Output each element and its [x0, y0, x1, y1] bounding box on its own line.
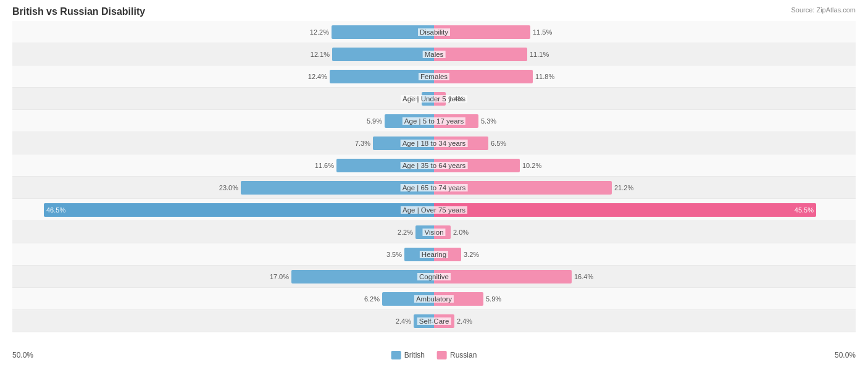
chart-row: 2.2%Vision2.0% — [12, 221, 856, 243]
right-bar — [434, 270, 572, 284]
chart-container: British vs Russian Disability Source: Zi… — [0, 0, 868, 378]
value-left: 5.9% — [367, 117, 382, 125]
legend-russian: Russian — [437, 351, 477, 359]
chart-row: 1.5%Age | Under 5 years1.4% — [12, 88, 856, 110]
row-label: Ambulatory — [414, 295, 454, 303]
chart-row: 12.2%Disability11.5% — [12, 21, 856, 43]
row-left-section: 12.2% — [12, 21, 434, 43]
row-label: Cognitive — [417, 273, 451, 280]
axis-left-label: 50.0% — [12, 351, 33, 359]
row-right-section: 21.2% — [434, 177, 856, 198]
legend-british: British — [391, 351, 425, 359]
row-left-section: 1.5% — [12, 88, 434, 109]
value-right: 45.5% — [795, 206, 814, 214]
row-left-section: 3.5% — [12, 243, 434, 265]
row-label: Hearing — [420, 251, 448, 258]
row-left-section: 17.0% — [12, 266, 434, 287]
chart-row: 3.5%Hearing3.2% — [12, 243, 856, 266]
russian-swatch — [437, 351, 447, 359]
value-right: 5.3% — [481, 117, 496, 125]
value-left: 6.2% — [364, 295, 380, 303]
chart-row: 23.0%Age | 65 to 74 years21.2% — [12, 177, 856, 199]
value-left: 23.0% — [219, 184, 238, 191]
value-left: 7.3% — [355, 140, 370, 147]
value-left: 2.2% — [398, 229, 413, 236]
row-right-section: 5.9% — [434, 288, 856, 309]
chart-row: 7.3%Age | 18 to 34 years6.5% — [12, 132, 856, 154]
row-left-section: 5.9% — [12, 110, 434, 132]
row-right-section: 5.3% — [434, 110, 856, 132]
row-left-section: 23.0% — [12, 177, 434, 198]
value-right: 11.5% — [533, 28, 552, 36]
row-left-section: 6.2% — [12, 288, 434, 309]
row-label: Vision — [422, 229, 445, 236]
source-label: Source: ZipAtlas.com — [791, 6, 856, 14]
row-right-section: 11.5% — [434, 21, 856, 43]
row-left-section: 2.4% — [12, 310, 434, 332]
row-left-section: 11.6% — [12, 154, 434, 176]
row-right-section: 16.4% — [434, 266, 856, 287]
row-right-section: 10.2% — [434, 154, 856, 176]
legend: British Russian — [391, 351, 477, 359]
chart-row: 46.5%Age | Over 75 years45.5% — [12, 199, 856, 221]
value-left: 17.0% — [270, 273, 289, 280]
value-right: 1.4% — [448, 95, 464, 103]
row-left-section: 12.1% — [12, 43, 434, 65]
row-label: Age | 18 to 34 years — [401, 140, 468, 147]
value-right: 3.2% — [464, 251, 479, 258]
chart-row: 12.1%Males11.1% — [12, 43, 856, 65]
row-label: Disability — [418, 28, 450, 36]
row-right-section: 45.5% — [434, 199, 856, 220]
value-right: 2.4% — [457, 317, 472, 325]
chart-row: 2.4%Self-Care2.4% — [12, 310, 856, 332]
value-right: 11.1% — [530, 51, 549, 58]
row-left-section: 46.5% — [12, 199, 434, 220]
row-left-section: 12.4% — [12, 65, 434, 87]
value-left: 2.4% — [396, 317, 411, 325]
chart-row: 11.6%Age | 35 to 64 years10.2% — [12, 154, 856, 177]
value-right: 10.2% — [522, 162, 541, 169]
chart-footer: 50.0% British Russian 50.0% — [12, 348, 856, 359]
british-legend-label: British — [404, 351, 425, 359]
left-bar — [332, 48, 434, 61]
value-right: 2.0% — [453, 229, 469, 236]
chart-row: 6.2%Ambulatory5.9% — [12, 288, 856, 310]
value-right: 5.9% — [486, 295, 501, 303]
row-label: Age | 35 to 64 years — [401, 162, 468, 169]
chart-row: 12.4%Females11.8% — [12, 65, 856, 88]
value-right: 11.8% — [535, 73, 554, 80]
row-right-section: 2.0% — [434, 221, 856, 243]
chart-area: 12.2%Disability11.5%12.1%Males11.1%12.4%… — [12, 21, 856, 348]
right-bar: 45.5% — [434, 203, 816, 217]
british-swatch — [391, 351, 401, 359]
row-label: Age | 65 to 74 years — [401, 184, 468, 191]
value-right: 6.5% — [491, 140, 506, 147]
row-label: Females — [419, 73, 449, 80]
value-left: 12.4% — [308, 73, 327, 80]
left-bar: 46.5% — [44, 203, 434, 217]
row-right-section: 3.2% — [434, 243, 856, 265]
value-right: 16.4% — [574, 273, 593, 280]
chart-title: British vs Russian Disability — [12, 6, 856, 17]
value-left: 3.5% — [386, 251, 402, 258]
value-left: 12.1% — [311, 51, 330, 58]
row-label: Self-Care — [417, 317, 451, 325]
value-right: 21.2% — [614, 184, 633, 191]
row-right-section: 2.4% — [434, 310, 856, 332]
russian-legend-label: Russian — [450, 351, 477, 359]
value-left: 46.5% — [46, 206, 434, 214]
row-label: Age | Over 75 years — [401, 206, 467, 214]
row-left-section: 2.2% — [12, 221, 434, 243]
left-bar — [291, 270, 434, 284]
chart-row: 17.0%Cognitive16.4% — [12, 266, 856, 288]
row-right-section: 6.5% — [434, 132, 856, 154]
value-left: 11.6% — [315, 162, 334, 169]
row-right-section: 11.8% — [434, 65, 856, 87]
row-right-section: 1.4% — [434, 88, 856, 109]
row-left-section: 7.3% — [12, 132, 434, 154]
row-label: Males — [423, 51, 446, 58]
axis-right-label: 50.0% — [835, 351, 856, 359]
value-left: 12.2% — [310, 28, 329, 36]
chart-row: 5.9%Age | 5 to 17 years5.3% — [12, 110, 856, 132]
row-right-section: 11.1% — [434, 43, 856, 65]
